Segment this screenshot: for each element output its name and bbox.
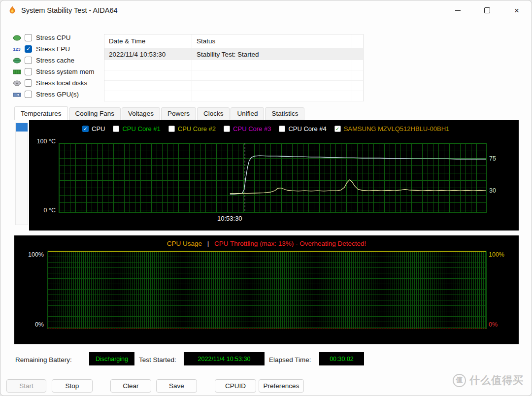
log-row-empty — [104, 81, 363, 91]
stress-disks-checkbox[interactable] — [25, 79, 32, 87]
stress-disks-label[interactable]: Stress local disks — [36, 79, 87, 87]
legend-cpu-core2-label[interactable]: CPU Core #2 — [178, 125, 216, 132]
stress-gpu-checkbox[interactable] — [25, 91, 32, 98]
stress-option-cpu: Stress CPU — [11, 32, 95, 43]
legend-cpu-core1-checkbox[interactable] — [113, 126, 119, 132]
stress-memory-checkbox[interactable] — [25, 68, 32, 75]
event-log-table: Date & Time Status 2022/11/4 10:53:30 St… — [104, 34, 364, 101]
tab-voltages[interactable]: Voltages — [122, 107, 160, 120]
save-button[interactable]: Save — [156, 379, 197, 393]
tab-clocks[interactable]: Clocks — [197, 107, 230, 120]
stop-button[interactable]: Stop — [52, 379, 93, 393]
tab-cooling-fans[interactable]: Cooling Fans — [69, 107, 121, 120]
app-window: System Stability Test - AIDA64 × Stress … — [0, 0, 532, 396]
tab-powers[interactable]: Powers — [161, 107, 196, 120]
sensor-list-strip — [15, 123, 28, 225]
log-col-datetime: Date & Time — [104, 34, 192, 48]
throttling-alert-text: CPU Throttling (max: 13%) - Overheating … — [214, 240, 366, 247]
log-row-empty — [104, 91, 363, 101]
legend-cpu-core3-checkbox[interactable] — [224, 126, 230, 132]
stress-cache-checkbox[interactable] — [25, 57, 32, 64]
stress-cache-label[interactable]: Stress cache — [36, 57, 74, 64]
test-started-label: Test Started: — [139, 356, 176, 363]
temperature-legend: CPU CPU Core #1 CPU Core #2 CPU Core #3 … — [82, 125, 449, 132]
legend-cpu-core3-label[interactable]: CPU Core #3 — [233, 125, 271, 132]
log-row[interactable]: 2022/11/4 10:53:30 Stability Test: Start… — [104, 48, 363, 60]
stress-cpu-label[interactable]: Stress CPU — [36, 34, 71, 41]
usage-right-min-label: 0% — [489, 321, 498, 328]
cpu-icon — [11, 35, 22, 41]
tab-unified[interactable]: Unified — [231, 107, 264, 120]
temp-axis-min-label: 0 °C — [32, 207, 56, 214]
legend-cpu-label[interactable]: CPU — [92, 125, 105, 132]
stress-option-memory: Stress system mem — [11, 66, 95, 77]
test-started-value-box: 2022/11/4 10:53:30 — [184, 352, 265, 365]
legend-samsung-ssd-checkbox[interactable] — [334, 126, 341, 132]
legend-cpu-core4-label[interactable]: CPU Core #4 — [288, 125, 326, 132]
sensor-list-selected-item — [16, 123, 28, 132]
legend-samsung-ssd-label[interactable]: SAMSUNG MZVLQ512HBLU-00BH1 — [344, 125, 450, 132]
legend-cpu-core2-checkbox[interactable] — [168, 126, 175, 132]
usage-right-max-label: 100% — [489, 251, 504, 258]
temperature-chart: CPU CPU Core #1 CPU Core #2 CPU Core #3 … — [29, 120, 519, 231]
minimize-icon — [455, 10, 461, 11]
usage-plot-area — [47, 251, 487, 329]
gpu-icon — [11, 92, 22, 98]
legend-cpu-core4-checkbox[interactable] — [279, 126, 285, 132]
temp-right-label-75: 75 — [489, 155, 496, 162]
stress-option-gpu: Stress GPU(s) — [11, 89, 95, 100]
close-button[interactable]: × — [502, 0, 532, 20]
stress-option-fpu: 123 Stress FPU — [11, 43, 95, 55]
log-cell-datetime: 2022/11/4 10:53:30 — [104, 48, 192, 60]
legend-cpu-core2: CPU Core #2 — [168, 125, 216, 132]
watermark-badge-icon: 值 — [453, 374, 466, 387]
usage-title-separator: | — [207, 240, 209, 247]
watermark-text: 什么值得买 — [469, 373, 524, 387]
log-table-header: Date & Time Status — [104, 34, 363, 48]
stress-fpu-label[interactable]: Stress FPU — [36, 45, 70, 53]
temp-axis-max-label: 100 °C — [32, 138, 56, 145]
stress-memory-label[interactable]: Stress system mem — [36, 68, 95, 75]
titlebar: System Stability Test - AIDA64 × — [0, 0, 532, 20]
stress-fpu-checkbox[interactable] — [25, 45, 32, 53]
log-col-spacer — [352, 34, 363, 48]
stress-option-cache: Stress cache — [11, 55, 95, 66]
cpu-usage-chart: CPU Usage | CPU Throttling (max: 13%) - … — [14, 235, 519, 344]
aida64-flame-icon — [8, 6, 16, 15]
stress-options-panel: Stress CPU 123 Stress FPU Stress cache S… — [11, 32, 95, 100]
maximize-button[interactable] — [472, 0, 502, 20]
usage-chart-title: CPU Usage | CPU Throttling (max: 13%) - … — [14, 240, 519, 247]
minimize-button[interactable] — [443, 0, 472, 20]
tab-temperatures[interactable]: Temperatures — [14, 106, 68, 120]
tab-statistics[interactable]: Statistics — [265, 107, 304, 120]
battery-value-box: Discharging — [89, 352, 134, 365]
battery-label: Remaining Battery: — [15, 356, 72, 363]
start-button[interactable]: Start — [6, 379, 46, 393]
legend-cpu-core1-label[interactable]: CPU Core #1 — [122, 125, 160, 132]
legend-cpu-checkbox[interactable] — [82, 126, 89, 132]
disk-icon — [11, 80, 22, 86]
temperature-series-svg — [59, 143, 486, 212]
clear-button[interactable]: Clear — [110, 379, 151, 393]
usage-left-max-label: 100% — [21, 251, 44, 258]
cache-icon — [11, 58, 22, 64]
close-icon: × — [514, 6, 519, 15]
legend-cpu: CPU — [82, 125, 105, 132]
legend-cpu-core4: CPU Core #4 — [279, 125, 326, 132]
fpu-123-icon: 123 — [11, 47, 22, 52]
log-row-empty — [104, 70, 363, 81]
memory-icon — [11, 69, 22, 75]
preferences-button[interactable]: Preferences — [259, 379, 304, 393]
log-row-empty — [104, 60, 363, 70]
usage-left-min-label: 0% — [21, 321, 44, 328]
elapsed-time-value-box: 00:30:02 — [319, 352, 364, 365]
stress-option-disks: Stress local disks — [11, 77, 95, 89]
log-cell-status: Stability Test: Started — [192, 48, 352, 60]
stress-cpu-checkbox[interactable] — [25, 34, 32, 41]
cpuid-button[interactable]: CPUID — [215, 379, 256, 393]
temperature-plot-area — [59, 143, 487, 213]
legend-cpu-core1: CPU Core #1 — [113, 125, 160, 132]
temp-time-label: 10:53:30 — [217, 215, 242, 222]
stress-gpu-label[interactable]: Stress GPU(s) — [36, 91, 79, 98]
chart-tabs: Temperatures Cooling Fans Voltages Power… — [14, 107, 305, 120]
